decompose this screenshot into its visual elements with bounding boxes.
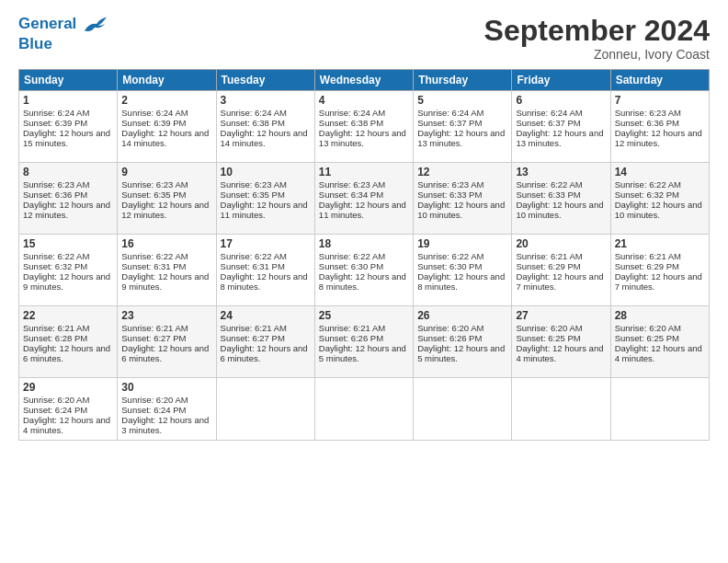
daylight-text: Daylight: 12 hours and 13 minutes. <box>417 128 505 148</box>
sunrise-text: Sunrise: 6:21 AM <box>121 323 188 333</box>
calendar-cell: 13 Sunrise: 6:22 AM Sunset: 6:33 PM Dayl… <box>512 163 610 235</box>
calendar-cell: 16 Sunrise: 6:22 AM Sunset: 6:31 PM Dayl… <box>118 235 216 306</box>
sunrise-text: Sunrise: 6:22 AM <box>23 251 89 261</box>
calendar-cell: 26 Sunrise: 6:20 AM Sunset: 6:26 PM Dayl… <box>414 306 512 378</box>
daylight-text: Daylight: 12 hours and 5 minutes. <box>319 343 406 363</box>
sunrise-text: Sunrise: 6:21 AM <box>516 251 582 261</box>
day-number: 29 <box>23 381 113 394</box>
day-of-week-header: Wednesday <box>314 70 413 91</box>
calendar-cell <box>216 378 314 441</box>
calendar-cell: 4 Sunrise: 6:24 AM Sunset: 6:38 PM Dayli… <box>314 91 413 163</box>
calendar-cell: 14 Sunrise: 6:22 AM Sunset: 6:32 PM Dayl… <box>610 163 709 235</box>
day-number: 4 <box>319 94 409 107</box>
sunrise-text: Sunrise: 6:20 AM <box>121 395 188 405</box>
day-number: 24 <box>221 309 311 322</box>
calendar-cell: 28 Sunrise: 6:20 AM Sunset: 6:25 PM Dayl… <box>610 306 709 378</box>
calendar-cell: 15 Sunrise: 6:22 AM Sunset: 6:32 PM Dayl… <box>19 235 118 306</box>
daylight-text: Daylight: 12 hours and 6 minutes. <box>121 343 209 363</box>
calendar-body: 1 Sunrise: 6:24 AM Sunset: 6:39 PM Dayli… <box>19 91 710 441</box>
day-number: 9 <box>121 166 211 178</box>
day-number: 18 <box>319 237 409 250</box>
logo-general: General <box>18 15 76 32</box>
day-number: 13 <box>516 166 606 178</box>
daylight-text: Daylight: 12 hours and 4 minutes. <box>23 415 110 435</box>
daylight-text: Daylight: 12 hours and 14 minutes. <box>221 128 308 148</box>
month-title: September 2024 <box>484 15 710 47</box>
day-of-week-header: Monday <box>118 70 216 91</box>
daylight-text: Daylight: 12 hours and 8 minutes. <box>319 271 406 292</box>
day-number: 3 <box>221 94 311 107</box>
calendar-cell <box>314 378 413 441</box>
sunset-text: Sunset: 6:38 PM <box>319 118 383 128</box>
sunset-text: Sunset: 6:25 PM <box>615 333 679 343</box>
calendar-cell: 21 Sunrise: 6:21 AM Sunset: 6:29 PM Dayl… <box>610 235 709 306</box>
daylight-text: Daylight: 12 hours and 7 minutes. <box>615 271 702 292</box>
day-of-week-header: Tuesday <box>216 70 314 91</box>
daylight-text: Daylight: 12 hours and 12 minutes. <box>615 128 702 148</box>
sunrise-text: Sunrise: 6:23 AM <box>121 179 188 190</box>
sunset-text: Sunset: 6:26 PM <box>417 333 482 343</box>
day-number: 21 <box>615 237 705 250</box>
sunset-text: Sunset: 6:34 PM <box>319 190 383 200</box>
sunset-text: Sunset: 6:33 PM <box>516 190 580 200</box>
day-number: 7 <box>615 94 705 107</box>
daylight-text: Daylight: 12 hours and 10 minutes. <box>417 200 505 220</box>
sunrise-text: Sunrise: 6:23 AM <box>615 108 681 118</box>
daylight-text: Daylight: 12 hours and 5 minutes. <box>417 343 505 363</box>
daylight-text: Daylight: 12 hours and 10 minutes. <box>615 200 702 220</box>
sunset-text: Sunset: 6:39 PM <box>121 118 186 128</box>
sunset-text: Sunset: 6:36 PM <box>23 190 87 200</box>
sunrise-text: Sunrise: 6:21 AM <box>319 323 385 333</box>
calendar-cell: 17 Sunrise: 6:22 AM Sunset: 6:31 PM Dayl… <box>216 235 314 306</box>
sunset-text: Sunset: 6:24 PM <box>121 405 186 415</box>
day-number: 26 <box>417 309 507 322</box>
day-number: 5 <box>417 94 507 107</box>
calendar-cell: 1 Sunrise: 6:24 AM Sunset: 6:39 PM Dayli… <box>19 91 118 163</box>
sunset-text: Sunset: 6:32 PM <box>615 190 679 200</box>
day-number: 15 <box>23 237 113 250</box>
daylight-text: Daylight: 12 hours and 12 minutes. <box>23 200 110 220</box>
day-number: 30 <box>121 381 211 394</box>
daylight-text: Daylight: 12 hours and 4 minutes. <box>615 343 702 363</box>
daylight-text: Daylight: 12 hours and 12 minutes. <box>121 200 209 220</box>
calendar-cell: 30 Sunrise: 6:20 AM Sunset: 6:24 PM Dayl… <box>118 378 216 441</box>
calendar-cell: 2 Sunrise: 6:24 AM Sunset: 6:39 PM Dayli… <box>118 91 216 163</box>
daylight-text: Daylight: 12 hours and 11 minutes. <box>319 200 406 220</box>
sunrise-text: Sunrise: 6:23 AM <box>221 179 287 190</box>
calendar-cell: 25 Sunrise: 6:21 AM Sunset: 6:26 PM Dayl… <box>314 306 413 378</box>
sunrise-text: Sunrise: 6:22 AM <box>615 179 681 190</box>
logo: General Blue <box>18 15 108 53</box>
sunrise-text: Sunrise: 6:20 AM <box>23 395 89 405</box>
logo-bird-icon <box>83 15 108 35</box>
sunrise-text: Sunrise: 6:24 AM <box>417 108 483 118</box>
sunrise-text: Sunrise: 6:22 AM <box>319 251 385 261</box>
sunrise-text: Sunrise: 6:20 AM <box>417 323 483 333</box>
sunset-text: Sunset: 6:26 PM <box>319 333 383 343</box>
sunset-text: Sunset: 6:31 PM <box>221 261 285 271</box>
sunrise-text: Sunrise: 6:21 AM <box>615 251 681 261</box>
day-number: 23 <box>121 309 211 322</box>
calendar-cell <box>610 378 709 441</box>
sunset-text: Sunset: 6:25 PM <box>516 333 580 343</box>
calendar-cell: 19 Sunrise: 6:22 AM Sunset: 6:30 PM Dayl… <box>414 235 512 306</box>
day-number: 27 <box>516 309 606 322</box>
daylight-text: Daylight: 12 hours and 9 minutes. <box>121 271 209 292</box>
sunset-text: Sunset: 6:30 PM <box>417 261 482 271</box>
calendar-cell: 29 Sunrise: 6:20 AM Sunset: 6:24 PM Dayl… <box>19 378 118 441</box>
day-number: 2 <box>121 94 211 107</box>
day-number: 6 <box>516 94 606 107</box>
calendar-cell: 9 Sunrise: 6:23 AM Sunset: 6:35 PM Dayli… <box>118 163 216 235</box>
calendar-cell: 24 Sunrise: 6:21 AM Sunset: 6:27 PM Dayl… <box>216 306 314 378</box>
sunrise-text: Sunrise: 6:24 AM <box>23 108 89 118</box>
page: General Blue September 2024 Zonneu, Ivor… <box>0 0 728 563</box>
sunrise-text: Sunrise: 6:24 AM <box>121 108 188 118</box>
day-number: 17 <box>221 237 311 250</box>
sunrise-text: Sunrise: 6:23 AM <box>417 179 483 190</box>
sunset-text: Sunset: 6:30 PM <box>319 261 383 271</box>
daylight-text: Daylight: 12 hours and 7 minutes. <box>516 271 603 292</box>
sunrise-text: Sunrise: 6:22 AM <box>221 251 287 261</box>
daylight-text: Daylight: 12 hours and 14 minutes. <box>121 128 209 148</box>
calendar-cell: 23 Sunrise: 6:21 AM Sunset: 6:27 PM Dayl… <box>118 306 216 378</box>
sunrise-text: Sunrise: 6:22 AM <box>121 251 188 261</box>
calendar-cell: 7 Sunrise: 6:23 AM Sunset: 6:36 PM Dayli… <box>610 91 709 163</box>
